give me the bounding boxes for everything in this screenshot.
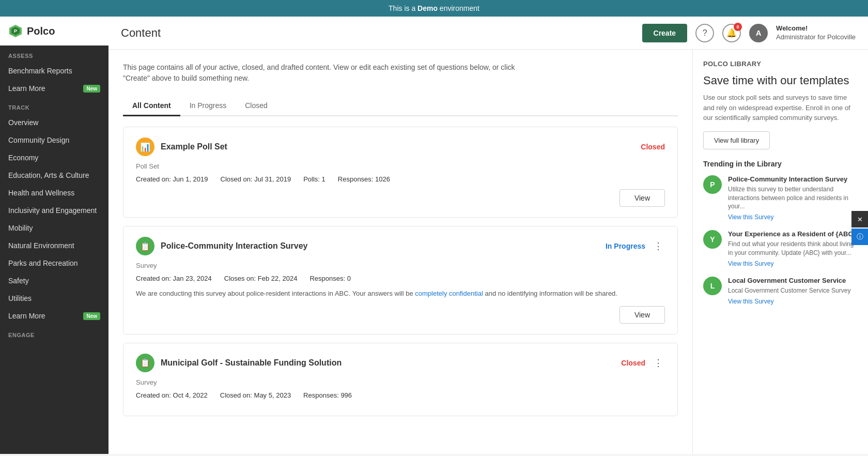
poll-set-responses: Responses: 1026 [338, 175, 390, 183]
confidential-text: completely confidential [415, 290, 483, 297]
trending-item-title-police: Police-Community Interaction Survey [728, 175, 858, 183]
sidebar-item-economy[interactable]: Economy [0, 149, 109, 166]
trending-title: Trending in the Library [703, 160, 858, 168]
poll-set-view-button[interactable]: View [619, 189, 665, 207]
trending-icon-local-gov: L [703, 277, 722, 295]
floating-btn-info[interactable]: ⓘ [851, 229, 868, 245]
page-title: Content [121, 26, 161, 40]
police-survey-responses: Responses: 0 [309, 275, 351, 282]
sidebar-section-track: TRACK [0, 97, 109, 114]
sidebar-item-benchmark-reports[interactable]: Benchmark Reports [0, 62, 109, 80]
municipal-golf-menu[interactable]: ⋮ [652, 357, 665, 369]
view-survey-link-local-gov[interactable]: View this Survey [728, 298, 858, 305]
tab-in-progress[interactable]: In Progress [180, 96, 236, 116]
sidebar-item-utilities[interactable]: Utilities [0, 290, 109, 307]
floating-side-buttons: ✕ ⓘ [851, 211, 868, 245]
save-time-card: Save time with our templates Use our sto… [703, 74, 858, 149]
view-library-button[interactable]: View full library [703, 131, 770, 149]
content-tabs: All Content In Progress Closed [123, 96, 678, 116]
notification-badge: 0 [734, 23, 742, 31]
sidebar-item-learn-more-assess[interactable]: Learn More New [0, 80, 109, 97]
police-survey-title: Police-Community Interaction Survey [161, 241, 308, 251]
sidebar-item-mobility[interactable]: Mobility [0, 219, 109, 237]
demo-banner: This is a Demo environment [0, 0, 868, 17]
content-card-poll-set: 📊 Example Poll Set Closed Poll Set Creat… [123, 127, 678, 218]
sidebar: P Polco ASSESS Benchmark Reports Learn M… [0, 17, 109, 454]
sidebar-section-engage: ENGAGE [0, 325, 109, 341]
sidebar-section-assess: ASSESS [0, 45, 109, 62]
save-time-heading: Save time with our templates [703, 74, 858, 87]
help-icon: ? [703, 28, 707, 38]
poll-set-title: Example Poll Set [161, 142, 227, 151]
municipal-golf-title: Municipal Golf - Sustainable Funding Sol… [161, 358, 342, 368]
trending-icon-police: P [703, 175, 722, 194]
municipal-golf-type: Survey [136, 378, 665, 386]
sidebar-item-safety[interactable]: Safety [0, 272, 109, 290]
police-survey-created: Created on: Jan 23, 2024 [136, 275, 212, 282]
trending-item-police: P Police-Community Interaction Survey Ut… [703, 175, 858, 221]
municipal-golf-responses: Responses: 996 [303, 391, 352, 399]
library-label: Polco Library [703, 60, 858, 68]
municipal-golf-status-area: Closed ⋮ [621, 357, 665, 369]
tab-all-content[interactable]: All Content [123, 96, 180, 116]
trending-icon-resident: Y [703, 230, 722, 249]
trending-item-title-local-gov: Local Government Customer Service [728, 277, 858, 284]
police-survey-status-area: In Progress ⋮ [606, 240, 665, 252]
poll-set-created: Created on: Jun 1, 2019 [136, 175, 208, 183]
sidebar-logo: P Polco [0, 17, 109, 45]
tab-closed[interactable]: Closed [236, 96, 277, 116]
sidebar-item-health-wellness[interactable]: Health and Wellness [0, 184, 109, 202]
sidebar-item-natural-environment[interactable]: Natural Environment [0, 237, 109, 254]
police-survey-view-button[interactable]: View [619, 306, 665, 324]
poll-set-meta: Created on: Jun 1, 2019 Closed on: Jul 3… [136, 175, 665, 183]
view-survey-link-resident[interactable]: View this Survey [728, 260, 858, 267]
police-survey-menu[interactable]: ⋮ [652, 240, 665, 252]
municipal-golf-status: Closed [621, 359, 645, 367]
content-card-police-survey: 📋 Police-Community Interaction Survey In… [123, 226, 678, 335]
poll-set-status: Closed [641, 143, 665, 151]
svg-text:P: P [14, 28, 17, 34]
right-panel: Polco Library Save time with our templat… [692, 50, 868, 454]
municipal-golf-closed: Closed on: May 5, 2023 [220, 391, 291, 399]
trending-item-desc-local-gov: Local Government Customer Service Survey [728, 286, 858, 295]
polco-logo-icon: P [8, 24, 23, 38]
sidebar-item-education[interactable]: Education, Arts & Culture [0, 166, 109, 184]
page-description: This page contains all of your active, c… [123, 62, 536, 84]
police-survey-meta: Created on: Jan 23, 2024 Closes on: Feb … [136, 275, 665, 282]
poll-set-closed: Closed on: Jul 31, 2019 [221, 175, 291, 183]
poll-set-type: Poll Set [136, 162, 665, 170]
trending-item-desc-police: Utilize this survey to better understand… [728, 185, 858, 211]
floating-btn-close[interactable]: ✕ [851, 211, 868, 227]
police-survey-type: Survey [136, 262, 665, 269]
trending-item-title-resident: Your Experience as a Resident of {ABC} [728, 230, 858, 238]
new-badge-track: New [83, 312, 100, 320]
sidebar-item-learn-more-track[interactable]: Learn More New [0, 307, 109, 325]
content-card-municipal-golf: 📋 Municipal Golf - Sustainable Funding S… [123, 343, 678, 416]
police-survey-description: We are conducting this survey about poli… [136, 288, 665, 299]
notifications-button[interactable]: 🔔 0 [722, 24, 741, 42]
trending-item-local-gov: L Local Government Customer Service Loca… [703, 277, 858, 305]
police-survey-status: In Progress [606, 242, 645, 250]
poll-set-icon: 📊 [136, 138, 154, 156]
avatar-button[interactable]: A [749, 24, 768, 42]
header-right: Create ? 🔔 0 A Welcome! Administrator fo… [642, 24, 856, 42]
sidebar-item-community-design[interactable]: Community Design [0, 131, 109, 149]
top-header: Content Create ? 🔔 0 A Welcome! Administ… [109, 17, 868, 50]
sidebar-logo-text: Polco [27, 25, 55, 37]
poll-set-polls: Polls: 1 [303, 175, 326, 183]
sidebar-item-parks-recreation[interactable]: Parks and Recreation [0, 254, 109, 272]
sidebar-item-overview[interactable]: Overview [0, 114, 109, 131]
view-survey-link-police[interactable]: View this Survey [728, 214, 858, 221]
trending-item-resident: Y Your Experience as a Resident of {ABC}… [703, 230, 858, 267]
police-survey-closes: Closes on: Feb 22, 2024 [224, 275, 298, 282]
police-survey-icon: 📋 [136, 237, 154, 255]
create-button[interactable]: Create [642, 24, 688, 42]
help-button[interactable]: ? [695, 24, 714, 42]
municipal-golf-icon: 📋 [136, 354, 154, 372]
save-time-desc: Use our stock poll sets and surveys to s… [703, 93, 858, 123]
welcome-text: Welcome! Administrator for Polcoville [776, 24, 856, 42]
new-badge-assess: New [83, 85, 100, 93]
municipal-golf-meta: Created on: Oct 4, 2022 Closed on: May 5… [136, 391, 665, 399]
sidebar-item-inclusivity[interactable]: Inclusivity and Engagement [0, 202, 109, 219]
main-content: This page contains all of your active, c… [109, 50, 692, 454]
